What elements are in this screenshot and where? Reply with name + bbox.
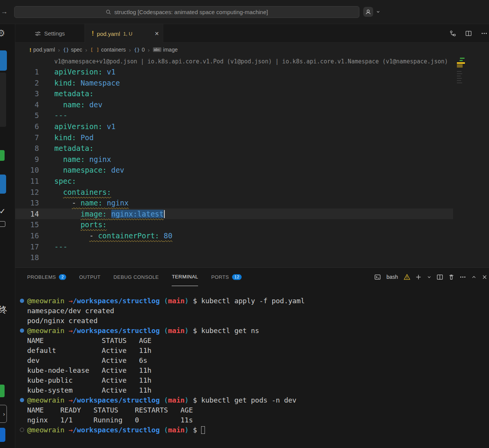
editor-line[interactable]: 11spec: bbox=[15, 176, 453, 187]
terminal[interactable]: @meowrain →/workspaces/structlog (main) … bbox=[15, 286, 489, 435]
breadcrumb-item[interactable]: abcimage bbox=[153, 47, 178, 53]
shell-name[interactable]: bash bbox=[387, 274, 398, 280]
line-number: 1 bbox=[15, 66, 39, 78]
bottom-panel: PROBLEMS2OUTPUTDEBUG CONSOLETERMINALPORT… bbox=[15, 267, 489, 448]
check-icon[interactable]: ✓ bbox=[0, 207, 6, 216]
editor-line[interactable]: 12 containers: bbox=[15, 187, 453, 198]
editor-cursor bbox=[164, 210, 165, 218]
line-number: 10 bbox=[15, 165, 39, 176]
rail-fragment-cjk-character: 终 bbox=[0, 304, 7, 316]
editor-line[interactable]: 4 name: dev bbox=[15, 99, 453, 110]
breadcrumb-label: 0 bbox=[142, 47, 145, 53]
editor-line[interactable]: 6apiVersion: v1 bbox=[15, 121, 453, 132]
split-editor-icon[interactable] bbox=[465, 30, 472, 37]
symbol-object-icon: {} bbox=[63, 47, 69, 53]
line-number: 6 bbox=[15, 121, 39, 132]
chevron-down-icon[interactable] bbox=[376, 10, 380, 14]
breadcrumb-item[interactable]: [ ]containers bbox=[90, 47, 126, 53]
breadcrumb-separator: › bbox=[85, 47, 87, 53]
code-text: kind: Namespace bbox=[39, 78, 120, 89]
editor-line[interactable]: 9 name: nginx bbox=[15, 154, 453, 165]
kill-terminal-icon[interactable] bbox=[448, 274, 455, 280]
symbol-object-icon: {} bbox=[134, 47, 140, 53]
tab-dirty-badge: 1, U bbox=[123, 31, 132, 37]
rail-fragment-dark-block bbox=[0, 73, 6, 127]
editor-line[interactable]: 18 bbox=[15, 252, 453, 263]
terminal-line: @meowrain →/workspaces/structlog (main) … bbox=[27, 425, 489, 435]
editor-line[interactable]: 17--- bbox=[15, 241, 453, 252]
breadcrumb-item[interactable]: {}spec bbox=[63, 47, 82, 53]
open-changes-icon[interactable] bbox=[450, 30, 456, 37]
editor-line[interactable]: 5--- bbox=[15, 110, 453, 121]
tab-pod-yaml[interactable]: ! pod.yaml 1, U ✕ bbox=[85, 24, 163, 43]
panel-tab-badge: 2 bbox=[59, 274, 66, 280]
terminal-line: default Active 11h bbox=[27, 346, 489, 356]
bash-terminal-icon bbox=[374, 274, 381, 280]
rail-fragment-green-block-2 bbox=[0, 385, 5, 397]
editor-line[interactable]: 2kind: Namespace bbox=[15, 78, 453, 89]
editor-line[interactable]: 16 - containerPort: 80 bbox=[15, 230, 453, 241]
split-terminal-icon[interactable] bbox=[437, 274, 443, 280]
code-text: kind: Pod bbox=[39, 132, 94, 143]
command-decoration-filled[interactable] bbox=[20, 299, 24, 303]
terminal-line: @meowrain →/workspaces/structlog (main) … bbox=[27, 326, 489, 336]
terminal-line: kube-node-lease Active 11h bbox=[27, 366, 489, 375]
codespaces-avatar-icon[interactable] bbox=[363, 7, 373, 17]
close-icon[interactable]: ✕ bbox=[154, 31, 159, 37]
tab-label: pod.yaml bbox=[97, 31, 120, 37]
editor-line[interactable]: 1apiVersion: v1 bbox=[15, 66, 453, 78]
editor[interactable]: v1@namespace+v1@pod.json | io.k8s.api.co… bbox=[15, 57, 489, 267]
terminal-profile-chevron-icon[interactable] bbox=[427, 275, 432, 280]
yaml-schema-hint[interactable]: v1@namespace+v1@pod.json | io.k8s.api.co… bbox=[15, 57, 489, 66]
rail-fragment-blue-block-1 bbox=[0, 50, 7, 71]
editor-line[interactable]: 3metadata: bbox=[15, 88, 453, 99]
terminal-line: kube-public Active 11h bbox=[27, 375, 489, 385]
tab-label: Settings bbox=[44, 30, 65, 37]
remote-indicator-group bbox=[363, 7, 380, 17]
panel-tab-problems[interactable]: PROBLEMS2 bbox=[27, 268, 66, 286]
panel-tab-terminal[interactable]: TERMINAL bbox=[172, 268, 198, 286]
editor-lines: 1apiVersion: v12kind: Namespace3metadata… bbox=[15, 66, 453, 263]
editor-line[interactable]: 10 namespace: dev bbox=[15, 165, 453, 176]
terminal-line: namespace/dev created bbox=[27, 306, 489, 316]
command-center-text: structlog [Codespaces: animated space co… bbox=[114, 9, 268, 15]
tab-settings[interactable]: Settings bbox=[15, 24, 85, 43]
terminal-line: pod/nginx created bbox=[27, 316, 489, 326]
line-number: 14 bbox=[15, 209, 39, 220]
breadcrumb-item[interactable]: {}0 bbox=[134, 47, 145, 53]
line-number: 9 bbox=[15, 154, 39, 165]
command-center-search[interactable]: structlog [Codespaces: animated space co… bbox=[14, 6, 359, 18]
panel-more-actions-icon[interactable] bbox=[460, 274, 466, 280]
command-decoration-filled[interactable] bbox=[20, 328, 24, 333]
terminal-line: @meowrain →/workspaces/structlog (main) … bbox=[27, 296, 489, 306]
code-text: metadata: bbox=[39, 88, 94, 99]
panel-tab-debug-console[interactable]: DEBUG CONSOLE bbox=[114, 268, 159, 286]
editor-line[interactable]: 15 ports: bbox=[15, 219, 453, 230]
line-number: 16 bbox=[15, 230, 39, 241]
command-decoration-hollow[interactable] bbox=[20, 428, 24, 432]
editor-line[interactable]: 7kind: Pod bbox=[15, 132, 453, 143]
comment-icon[interactable] bbox=[0, 221, 5, 227]
code-text: image: nginx:latest bbox=[39, 209, 165, 220]
nav-forward-icon[interactable]: → bbox=[1, 8, 8, 16]
new-terminal-icon[interactable] bbox=[415, 274, 422, 280]
close-panel-icon[interactable] bbox=[482, 274, 487, 280]
editor-line[interactable]: 14 image: nginx:latest bbox=[15, 209, 453, 220]
editor-tab-bar: Settings ! pod.yaml 1, U ✕ bbox=[15, 24, 489, 43]
code-text: --- bbox=[39, 241, 67, 252]
warning-icon[interactable] bbox=[404, 274, 410, 280]
command-decoration-filled[interactable] bbox=[20, 398, 24, 402]
breadcrumb-item[interactable]: !pod.yaml bbox=[29, 47, 55, 53]
editor-line[interactable]: 8metadata: bbox=[15, 143, 453, 154]
panel-tab-ports[interactable]: PORTS12 bbox=[211, 268, 242, 286]
gear-icon[interactable]: ⚙ bbox=[0, 28, 5, 39]
minimap[interactable] bbox=[456, 57, 465, 106]
panel-tab-label: TERMINAL bbox=[172, 274, 198, 280]
line-number: 15 bbox=[15, 219, 39, 230]
maximize-panel-icon[interactable] bbox=[471, 274, 477, 280]
line-number: 2 bbox=[15, 78, 39, 89]
editor-line[interactable]: 13 - name: nginx bbox=[15, 197, 453, 209]
more-actions-icon[interactable] bbox=[481, 30, 487, 37]
panel-tab-output[interactable]: OUTPUT bbox=[79, 268, 101, 286]
line-number: 3 bbox=[15, 88, 39, 99]
